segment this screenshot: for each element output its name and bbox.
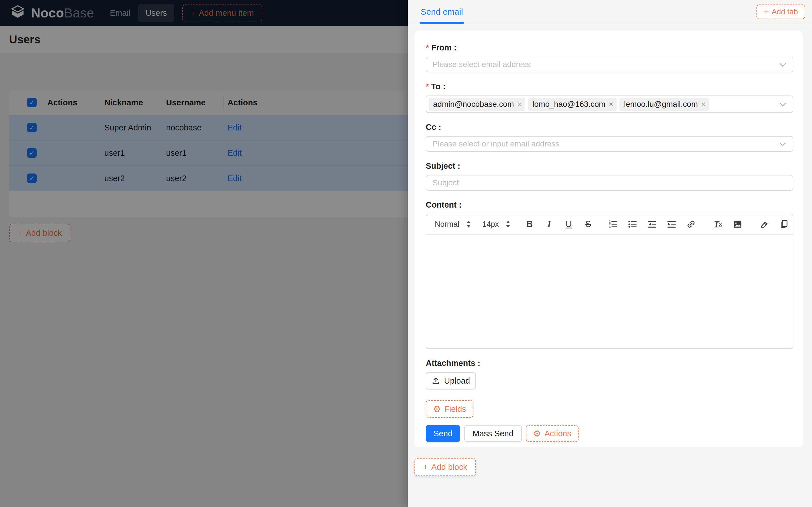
to-select[interactable]: admin@nocobase.com × lomo_hao@163.com × … xyxy=(426,96,794,113)
drawer-add-block-label: Add block xyxy=(432,462,467,472)
highlight-pen-button[interactable] xyxy=(758,217,770,231)
outdent-button[interactable] xyxy=(646,217,658,231)
drawer-tab-bar: Send email + Add tab xyxy=(408,0,812,24)
fields-label: Fields xyxy=(444,404,466,414)
form-actions-row: Send Mass Send ⚙ Actions xyxy=(426,425,794,442)
content-field: Content : Normal 14px xyxy=(426,200,794,349)
drawer-body: * From : Please select email address * T… xyxy=(408,24,812,507)
select-arrows-icon xyxy=(506,221,510,228)
attachments-label: Attachments : xyxy=(426,358,794,368)
remove-recipient-icon[interactable]: × xyxy=(609,100,613,109)
add-tab-label: Add tab xyxy=(772,8,798,16)
send-button[interactable]: Send xyxy=(426,425,460,442)
to-label: * To : xyxy=(426,81,794,92)
upload-icon xyxy=(432,377,440,385)
bullet-list-button[interactable] xyxy=(626,217,639,231)
underline-button[interactable]: U xyxy=(562,217,575,231)
italic-button[interactable]: I xyxy=(543,217,555,231)
chevron-down-icon xyxy=(779,140,786,146)
font-size-select[interactable]: 14px xyxy=(483,220,510,229)
editor-content-area[interactable] xyxy=(426,235,793,348)
required-asterisk: * xyxy=(426,82,429,91)
cc-placeholder: Please select or input email address xyxy=(433,139,559,149)
chevron-down-icon xyxy=(779,60,786,67)
tab-send-email[interactable]: Send email xyxy=(421,0,463,24)
send-email-form: * From : Please select email address * T… xyxy=(414,31,803,447)
plus-icon: + xyxy=(423,462,428,472)
mass-send-button[interactable]: Mass Send xyxy=(464,425,522,442)
cc-label: Cc : xyxy=(426,122,794,132)
actions-label: Actions xyxy=(545,429,571,438)
plus-icon: + xyxy=(764,8,768,16)
to-field: * To : admin@nocobase.com × lomo_hao@163… xyxy=(426,81,794,113)
actions-designer-button[interactable]: ⚙ Actions xyxy=(526,425,578,442)
remove-recipient-icon[interactable]: × xyxy=(701,100,706,109)
from-label: * From : xyxy=(426,43,794,53)
attachments-field: Attachments : Upload xyxy=(426,358,794,390)
insert-image-button[interactable] xyxy=(731,217,744,231)
add-tab-button[interactable]: + Add tab xyxy=(756,4,805,19)
rich-text-editor: Normal 14px B I xyxy=(426,214,794,349)
screen: Noco Base Email Users + Add menu item Us… xyxy=(0,0,812,507)
ordered-list-button[interactable]: 123 xyxy=(607,217,619,231)
bold-button[interactable]: B xyxy=(523,217,536,231)
indent-button[interactable] xyxy=(665,217,678,231)
recipient-email: lemoo.lu@gmail.com xyxy=(624,100,698,109)
recipient-email: admin@nocobase.com xyxy=(433,100,514,109)
drawer-add-block-button[interactable]: + Add block xyxy=(414,458,476,476)
clear-format-button[interactable]: Tx xyxy=(712,217,724,231)
recipient-tag: admin@nocobase.com × xyxy=(428,98,525,111)
send-email-drawer: Send email + Add tab * From : Please sel… xyxy=(408,0,812,507)
required-asterisk: * xyxy=(426,43,429,52)
paragraph-format-value: Normal xyxy=(435,220,459,229)
link-button[interactable] xyxy=(685,217,697,231)
from-field: * From : Please select email address xyxy=(426,43,794,72)
font-size-value: 14px xyxy=(483,220,499,229)
remove-recipient-icon[interactable]: × xyxy=(517,100,522,109)
from-placeholder: Please select email address xyxy=(433,60,531,69)
chevron-down-icon xyxy=(779,100,786,107)
copy-button[interactable] xyxy=(777,217,790,231)
cc-field: Cc : Please select or input email addres… xyxy=(426,122,794,152)
fields-designer-button[interactable]: ⚙ Fields xyxy=(426,400,473,418)
upload-button[interactable]: Upload xyxy=(426,372,476,390)
recipient-tag: lomo_hao@163.com × xyxy=(528,98,617,111)
paragraph-format-select[interactable]: Normal xyxy=(435,220,470,229)
strikethrough-button[interactable]: S xyxy=(582,217,595,231)
gear-icon: ⚙ xyxy=(533,429,541,438)
upload-label: Upload xyxy=(444,376,470,386)
gear-icon: ⚙ xyxy=(433,405,441,413)
subject-label: Subject : xyxy=(426,161,794,171)
recipient-tag: lemoo.lu@gmail.com × xyxy=(619,98,709,111)
recipient-email: lomo_hao@163.com xyxy=(532,100,606,109)
content-label: Content : xyxy=(426,200,794,210)
subject-input[interactable] xyxy=(426,175,794,191)
from-select[interactable]: Please select email address xyxy=(426,57,794,72)
select-arrows-icon xyxy=(467,221,470,228)
svg-text:3: 3 xyxy=(609,225,611,228)
subject-field: Subject : xyxy=(426,161,794,191)
cc-select[interactable]: Please select or input email address xyxy=(426,136,794,152)
editor-toolbar: Normal 14px B I xyxy=(426,214,793,235)
